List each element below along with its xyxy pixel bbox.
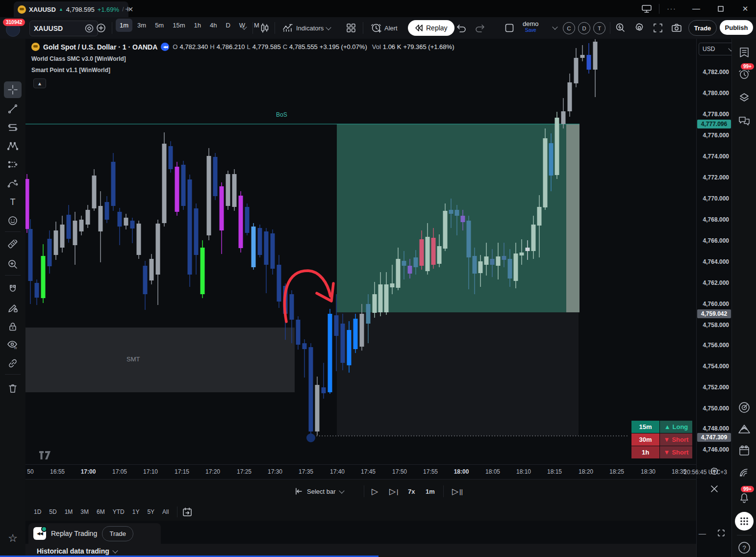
link-icon[interactable] <box>4 355 22 372</box>
clock-utc[interactable]: 20:56:45 UTC+3 <box>655 469 727 476</box>
replay-timeframe-button[interactable]: 1m <box>426 480 435 503</box>
historical-data-trading-label[interactable]: Historical data trading <box>37 547 117 555</box>
redo-icon[interactable] <box>475 21 485 35</box>
apps-menu-icon[interactable] <box>735 512 754 531</box>
chat-icon[interactable] <box>736 113 752 129</box>
emoji-tool-icon[interactable] <box>4 212 22 229</box>
replay-close-icon[interactable] <box>709 484 719 496</box>
indicator-legend-2[interactable]: Smart Point v1.1 [WinWorld] <box>31 67 454 74</box>
toolbar-divider <box>363 22 363 34</box>
zoom-in-icon[interactable] <box>4 256 22 273</box>
panel-trade-button[interactable]: Trade <box>102 526 133 541</box>
curve-tool-icon[interactable] <box>4 175 22 192</box>
price-axis[interactable]: USD 4,782.0004,780.0004,778.0004,776.000… <box>696 39 732 557</box>
forecast-tool-icon[interactable] <box>4 156 22 173</box>
quick-button-c[interactable]: C <box>563 22 575 34</box>
range-button-1d[interactable]: 1D <box>30 506 45 518</box>
settings-gear-icon[interactable] <box>634 21 645 35</box>
time-tick: 17:20 <box>205 468 220 475</box>
replay-step-forward-button[interactable]: ▷| <box>389 480 398 503</box>
save-link[interactable]: Save <box>523 27 539 33</box>
layout-name-button[interactable]: demo Save <box>523 20 539 33</box>
panel-maximize-icon[interactable] <box>717 529 726 539</box>
range-button-all[interactable]: All <box>159 506 172 518</box>
ruler-icon[interactable] <box>4 237 22 253</box>
crosshair-icon[interactable] <box>4 81 22 98</box>
timeframe-button-4h[interactable]: 4h <box>206 19 221 32</box>
undo-icon[interactable] <box>456 21 467 35</box>
timeframe-button-3m[interactable]: 3m <box>133 19 150 32</box>
chart-area[interactable]: BoSSMText-IDM Gold Spot / U.S. Dollar · … <box>25 39 696 557</box>
range-button-6m[interactable]: 6M <box>93 506 108 518</box>
select-bar-button[interactable]: Select bar <box>295 480 344 503</box>
drawing-lock-icon[interactable] <box>4 300 22 316</box>
magnet-icon[interactable] <box>4 281 22 298</box>
quick-button-d[interactable]: D <box>578 22 590 34</box>
go-to-date-icon[interactable] <box>182 507 192 517</box>
trash-icon[interactable] <box>4 380 22 397</box>
diamond-badge-icon <box>85 24 94 33</box>
favorites-star-icon[interactable]: ☆ <box>4 530 22 547</box>
window-close-icon[interactable]: ✕ <box>738 0 753 17</box>
time-axis[interactable]: 5016:5517:0017:0517:1017:1517:2017:2517:… <box>25 464 696 480</box>
range-button-5d[interactable]: 5D <box>46 506 60 518</box>
timeframe-button-1m[interactable]: 1m <box>116 19 132 32</box>
pine-editor-icon[interactable] <box>736 421 752 437</box>
text-tool-icon[interactable]: T <box>4 194 22 210</box>
more-options-icon[interactable]: ··· <box>664 0 679 17</box>
range-button-3m[interactable]: 3M <box>77 506 92 518</box>
indicators-button[interactable]: Indicators <box>282 21 330 35</box>
trend-line-icon[interactable] <box>4 101 22 117</box>
symbol-search-button[interactable]: XAUUSD <box>29 21 98 36</box>
legend-collapse-button[interactable]: ▲ <box>33 78 46 88</box>
screener-radar-icon[interactable] <box>736 400 752 415</box>
range-button-1y[interactable]: 1Y <box>129 506 143 518</box>
panel-minimize-icon[interactable]: — <box>699 529 706 537</box>
timeframe-button-1h[interactable]: 1h <box>190 19 204 32</box>
new-tab-button[interactable]: + <box>125 4 130 15</box>
fullscreen-icon[interactable] <box>653 21 663 35</box>
layout-chevron-down-icon[interactable] <box>552 24 557 29</box>
indicator-legend-1[interactable]: World Class SMC v3.0 [WinWorld] <box>31 55 454 62</box>
layout-grid-icon[interactable] <box>346 21 356 35</box>
replay-play-button[interactable]: ▷ <box>372 480 378 503</box>
quick-button-t[interactable]: T <box>593 22 605 34</box>
replay-jump-end-button[interactable]: ▷|| <box>452 480 463 503</box>
timeframe-button-D[interactable]: D <box>222 19 234 32</box>
symbol-title[interactable]: Gold Spot / U.S. Dollar · 1 · OANDA <box>43 43 157 51</box>
publish-button[interactable]: Publish <box>720 20 753 35</box>
range-button-5y[interactable]: 5Y <box>144 506 158 518</box>
replay-speed-button[interactable]: 7x <box>408 480 415 503</box>
object-tree-icon[interactable] <box>736 90 752 105</box>
window-minimize-icon[interactable]: — <box>689 0 704 17</box>
replay-icon <box>415 25 423 31</box>
replay-button[interactable]: Replay <box>408 20 454 36</box>
right-sidebar: 99+ 99+ ? <box>731 39 756 557</box>
range-button-1m[interactable]: 1M <box>61 506 76 518</box>
alerts-badge: 99+ <box>741 63 754 70</box>
xabcd-pattern-icon[interactable] <box>4 138 22 154</box>
compare-add-button[interactable] <box>96 21 106 35</box>
data-feed-icon[interactable] <box>736 464 752 480</box>
calendar-icon[interactable] <box>736 443 752 458</box>
replay-trading-tab[interactable]: ◀◀ Replay Trading Trade <box>28 523 161 544</box>
hide-drawings-fx-icon[interactable]: fx <box>4 336 22 353</box>
snapshot-camera-icon[interactable] <box>671 21 682 35</box>
lock-icon[interactable] <box>4 318 22 335</box>
window-maximize-icon[interactable] <box>713 0 728 17</box>
fib-retracement-icon[interactable] <box>4 119 22 136</box>
quick-search-icon[interactable] <box>615 21 626 35</box>
monitor-icon[interactable] <box>640 0 654 17</box>
trade-button[interactable]: Trade <box>688 20 717 36</box>
timeframe-button-5m[interactable]: 5m <box>151 19 168 32</box>
browser-tab[interactable]: XAUUSD ▲ 4,798.595 +1.69% / ✕ <box>14 1 128 17</box>
drawing-toolbar: T fx ☆ <box>0 39 26 557</box>
timeframe-button-15m[interactable]: 15m <box>169 19 189 32</box>
candlestick-chart[interactable]: BoSSMText-IDM <box>25 39 696 464</box>
help-icon[interactable]: ? <box>736 540 752 556</box>
watchlist-icon[interactable] <box>736 45 752 60</box>
alert-button[interactable]: Alert <box>371 21 398 35</box>
range-button-ytd[interactable]: YTD <box>109 506 128 518</box>
chart-type-candles-icon[interactable] <box>260 21 270 35</box>
layout-square-icon[interactable] <box>505 21 514 35</box>
